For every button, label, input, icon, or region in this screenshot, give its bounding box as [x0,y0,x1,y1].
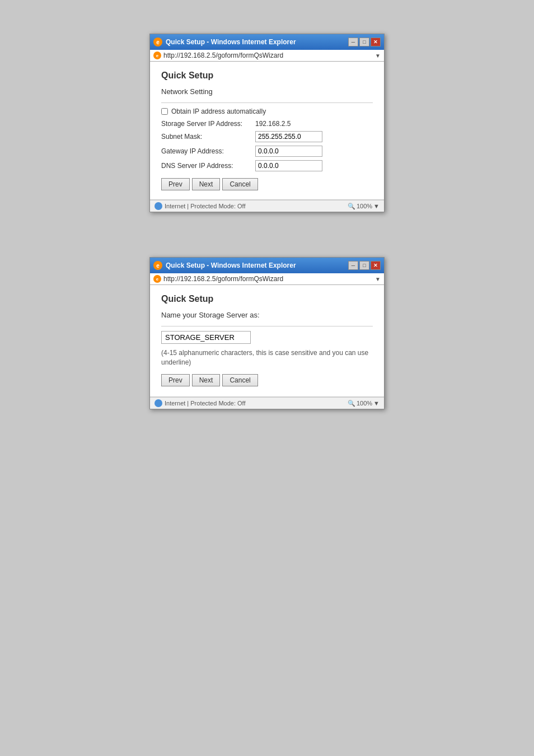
globe-icon-2 [154,399,162,407]
page-content-2: Quick Setup Name your Storage Server as:… [150,285,384,397]
zoom-level-2: 100% [357,400,372,407]
field-row-2: Gateway IP Address: [161,146,373,157]
title-bar-buttons-2: ─ □ ✕ [348,261,381,270]
address-icon-1: e [153,52,161,59]
checkbox-row-1: Obtain IP address automatically [161,108,373,115]
status-right-2: 🔍 100% ▼ [348,400,380,407]
cancel-button-1[interactable]: Cancel [222,178,257,190]
field-row-3: DNS Server IP Address: [161,160,373,171]
zoom-dropdown-2[interactable]: ▼ [373,400,380,407]
zoom-icon-2: 🔍 [348,400,355,407]
checkbox-label-1: Obtain IP address automatically [171,108,266,115]
field-label-0: Storage Server IP Address: [161,120,251,128]
divider-1 [161,102,373,103]
dns-ip-input[interactable] [255,160,322,171]
hint-text-2: (4-15 alphanumeric characters, this is c… [161,348,373,367]
button-row-2: Prev Next Cancel [161,374,373,386]
field-value-0: 192.168.2.5 [255,120,291,128]
globe-icon-1 [154,202,162,210]
status-text-2: Internet | Protected Mode: Off [165,400,246,407]
page-title-1: Quick Setup [161,71,373,81]
section-subtitle-1: Network Setting [161,87,373,96]
title-bar-left-1: e Quick Setup - Windows Internet Explore… [153,38,296,46]
restore-button-1[interactable]: □ [359,38,369,46]
next-button-1[interactable]: Next [192,178,221,190]
title-bar-left-2: e Quick Setup - Windows Internet Explore… [153,261,296,270]
address-dropdown-1[interactable]: ▼ [375,53,381,59]
address-icon-2: e [153,275,161,283]
address-text-1[interactable]: http://192.168.2.5/goform/formQsWizard [163,52,373,59]
minimize-button-2[interactable]: ─ [348,261,358,270]
obtain-ip-checkbox[interactable] [161,108,168,115]
minimize-button-1[interactable]: ─ [348,38,358,46]
status-text-1: Internet | Protected Mode: Off [165,203,246,209]
page-title-2: Quick Setup [161,294,373,304]
field-label-3: DNS Server IP Address: [161,162,251,170]
field-row-0: Storage Server IP Address: 192.168.2.5 [161,120,373,128]
title-bar-text-2: Quick Setup - Windows Internet Explorer [166,262,296,269]
status-bar-1: Internet | Protected Mode: Off 🔍 100% ▼ [150,200,384,212]
close-button-2[interactable]: ✕ [371,261,381,270]
title-bar-2: e Quick Setup - Windows Internet Explore… [150,258,384,273]
gateway-ip-input[interactable] [255,146,322,157]
zoom-level-1: 100% [357,203,372,209]
address-bar-2: e http://192.168.2.5/goform/formQsWizard… [150,273,384,285]
restore-button-2[interactable]: □ [359,261,369,270]
ie-logo-2: e [153,261,162,270]
status-left-2: Internet | Protected Mode: Off [154,399,246,407]
address-text-2[interactable]: http://192.168.2.5/goform/formQsWizard [163,275,373,283]
zoom-icon-1: 🔍 [348,203,355,210]
storage-name-input[interactable] [161,331,251,344]
status-left-1: Internet | Protected Mode: Off [154,202,246,210]
field-label-1: Subnet Mask: [161,133,251,141]
title-bar-text-1: Quick Setup - Windows Internet Explorer [166,38,296,46]
title-bar-buttons-1: ─ □ ✕ [348,38,381,46]
address-dropdown-2[interactable]: ▼ [375,276,381,282]
status-bar-2: Internet | Protected Mode: Off 🔍 100% ▼ [150,397,384,409]
divider-2 [161,326,373,326]
prev-button-1[interactable]: Prev [161,178,190,190]
page-content-1: Quick Setup Network Setting Obtain IP ad… [150,62,384,200]
cancel-button-2[interactable]: Cancel [222,374,257,386]
button-row-1: Prev Next Cancel [161,178,373,190]
next-button-2[interactable]: Next [192,374,221,386]
field-row-1: Subnet Mask: [161,131,373,142]
prev-button-2[interactable]: Prev [161,374,190,386]
browser-window-2: e Quick Setup - Windows Internet Explore… [149,257,385,409]
status-right-1: 🔍 100% ▼ [348,203,380,210]
field-label-2: Gateway IP Address: [161,147,251,155]
address-bar-1: e http://192.168.2.5/goform/formQsWizard… [150,50,384,62]
browser-window-1: e Quick Setup - Windows Internet Explore… [149,34,385,212]
zoom-dropdown-1[interactable]: ▼ [373,203,380,209]
close-button-1[interactable]: ✕ [371,38,381,46]
section-subtitle-2: Name your Storage Server as: [161,311,373,319]
title-bar-1: e Quick Setup - Windows Internet Explore… [150,34,384,50]
subnet-mask-input[interactable] [255,131,322,142]
ie-logo-1: e [153,38,162,46]
